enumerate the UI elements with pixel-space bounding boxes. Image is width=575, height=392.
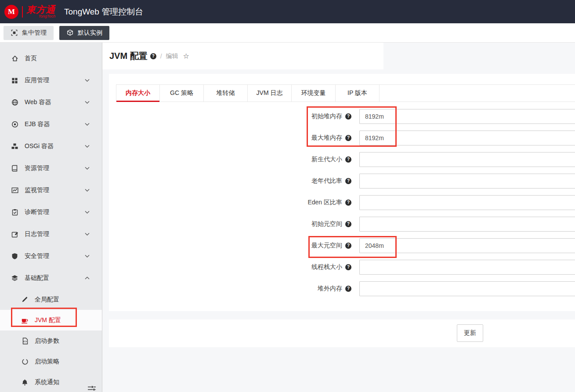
- old-gen-ratio-input[interactable]: [359, 174, 575, 189]
- sidebar-item-ejb-container[interactable]: EJB 容器: [0, 113, 102, 135]
- default-instance-button[interactable]: 默认实例: [59, 26, 109, 40]
- sidebar-subitem-jvm-config[interactable]: JVM 配置: [0, 310, 102, 330]
- sidebar-item-monitor-management[interactable]: 监视管理: [0, 179, 102, 201]
- page-title: JVM 配置: [109, 50, 148, 62]
- sidebar-item-diagnosis-management[interactable]: 诊断管理: [0, 201, 102, 223]
- tab-memory-size[interactable]: 内存大小: [116, 85, 160, 102]
- max-metaspace-input[interactable]: [359, 238, 575, 253]
- chevron-down-icon: [85, 145, 90, 148]
- brand-name: 東方通: [26, 5, 55, 14]
- sidebar-item-label: 应用管理: [25, 76, 49, 84]
- form-row-off-heap: 堆外内存?: [109, 281, 575, 296]
- help-icon[interactable]: ?: [345, 113, 351, 120]
- sidebar-item-security-management[interactable]: 安全管理: [0, 245, 102, 267]
- central-management-label: 集中管理: [22, 29, 47, 37]
- breadcrumb-separator: /: [160, 53, 162, 60]
- form-row-initial-metaspace: 初始元空间?: [109, 217, 575, 232]
- help-icon[interactable]: ?: [345, 221, 351, 227]
- tab-bar: 内存大小 GC 策略 堆转储 JVM 日志 环境变量 IP 版本: [116, 84, 575, 102]
- form-row-max-heap: 最大堆内存?: [109, 131, 575, 145]
- chevron-down-icon: [85, 167, 90, 170]
- help-icon[interactable]: ?: [345, 178, 351, 184]
- target-icon: [11, 121, 18, 128]
- pencil-icon: [21, 296, 29, 303]
- eden-ratio-input[interactable]: [359, 195, 575, 210]
- sidebar-subitem-label: 全局配置: [35, 296, 59, 304]
- tab-env-vars[interactable]: 环境变量: [292, 85, 336, 102]
- sidebar-subitem-startup-params[interactable]: 启动参数: [0, 330, 102, 351]
- form-action-bar: 更新: [109, 319, 575, 347]
- tab-jvm-log[interactable]: JVM 日志: [248, 85, 292, 102]
- file-code-icon: [21, 337, 29, 345]
- field-label: Eden 区比率: [307, 199, 342, 207]
- sidebar-subitem-label: 启动参数: [35, 337, 59, 345]
- help-icon[interactable]: ?: [345, 156, 351, 163]
- form-row-max-metaspace: 最大元空间?: [109, 238, 575, 253]
- form-row-thread-stack: 线程栈大小?: [109, 260, 575, 275]
- help-icon[interactable]: ?: [345, 135, 351, 141]
- chevron-down-icon: [85, 255, 90, 258]
- sidebar-nav: 首页 应用管理 Web 容器: [0, 43, 102, 392]
- sidebar-subitem-label: 启动策略: [35, 358, 59, 366]
- chevron-down-icon: [85, 211, 90, 214]
- sidebar-subitem-label: 系统通知: [35, 378, 59, 386]
- field-label: 堆外内存: [318, 285, 342, 293]
- favorite-star-icon[interactable]: [183, 52, 189, 60]
- field-label: 最大元空间: [311, 242, 342, 250]
- edit-icon: [11, 231, 18, 238]
- sidebar-item-label: OSGi 容器: [25, 142, 54, 150]
- clipboard-check-icon: [11, 209, 18, 216]
- form-row-young-gen: 新生代大小?: [109, 152, 575, 167]
- logo-monogram-icon: M: [4, 5, 18, 19]
- help-icon[interactable]: ?: [150, 53, 156, 59]
- sidebar-subitem-label: JVM 配置: [35, 316, 61, 324]
- brand-subtitle: TongTech: [38, 15, 55, 18]
- off-heap-input[interactable]: [359, 281, 575, 296]
- sidebar-item-web-container[interactable]: Web 容器: [0, 91, 102, 113]
- sidebar-item-osgi-container[interactable]: OSGi 容器: [0, 135, 102, 157]
- help-icon[interactable]: ?: [345, 200, 351, 206]
- shield-icon: [11, 253, 18, 260]
- sidebar-item-resource-management[interactable]: 资源管理: [0, 157, 102, 179]
- sidebar-subitem-global-config[interactable]: 全局配置: [0, 289, 102, 310]
- field-label: 初始元空间: [311, 220, 342, 228]
- memory-size-form: 初始堆内存? 最大堆内存? 新生代大小? 老年代比率? Eden 区比率? 初始…: [109, 102, 575, 296]
- app-header: M 東方通 TongTech TongWeb 管理控制台: [0, 0, 575, 23]
- tab-heap-dump[interactable]: 堆转储: [204, 85, 248, 102]
- help-icon[interactable]: ?: [345, 286, 351, 292]
- sidebar-item-label: 日志管理: [25, 230, 49, 238]
- sidebar-item-log-management[interactable]: 日志管理: [0, 223, 102, 245]
- tab-ip-version[interactable]: IP 版本: [336, 85, 380, 102]
- sidebar-item-label: 监视管理: [25, 186, 49, 194]
- thread-stack-input[interactable]: [359, 260, 575, 275]
- circle-icon: [21, 358, 29, 365]
- young-gen-input[interactable]: [359, 152, 575, 167]
- chevron-down-icon: [85, 189, 90, 192]
- help-icon[interactable]: ?: [345, 264, 351, 270]
- sidebar-item-home[interactable]: 首页: [0, 47, 102, 69]
- book-icon: [11, 165, 18, 172]
- sidebar-subitem-system-notifications[interactable]: 系统通知: [0, 372, 102, 392]
- max-heap-input[interactable]: [359, 131, 575, 145]
- page-header: JVM 配置 ? / 编辑: [102, 43, 383, 69]
- default-instance-label: 默认实例: [78, 29, 102, 37]
- bell-icon: [21, 378, 29, 386]
- field-label: 最大堆内存: [311, 134, 342, 142]
- sidebar-item-basic-config[interactable]: 基础配置: [0, 267, 102, 289]
- form-row-initial-heap: 初始堆内存?: [109, 109, 575, 124]
- tab-gc-policy[interactable]: GC 策略: [160, 85, 204, 102]
- globe-icon: [11, 99, 18, 106]
- central-management-button[interactable]: 集中管理: [4, 26, 54, 40]
- breadcrumb-current: 编辑: [166, 52, 178, 60]
- initial-heap-input[interactable]: [359, 109, 575, 124]
- initial-metaspace-input[interactable]: [359, 217, 575, 232]
- sidebar-subitem-startup-policy[interactable]: 启动策略: [0, 351, 102, 372]
- update-button[interactable]: 更新: [457, 324, 483, 342]
- sidebar-item-label: Web 容器: [25, 98, 51, 106]
- help-icon[interactable]: ?: [345, 243, 351, 249]
- sidebar-item-label: 资源管理: [25, 164, 49, 172]
- sidebar-item-app-management[interactable]: 应用管理: [0, 69, 102, 91]
- field-label: 线程栈大小: [311, 263, 342, 271]
- cube-icon: [66, 29, 74, 36]
- sidebar-item-label: 安全管理: [25, 252, 49, 260]
